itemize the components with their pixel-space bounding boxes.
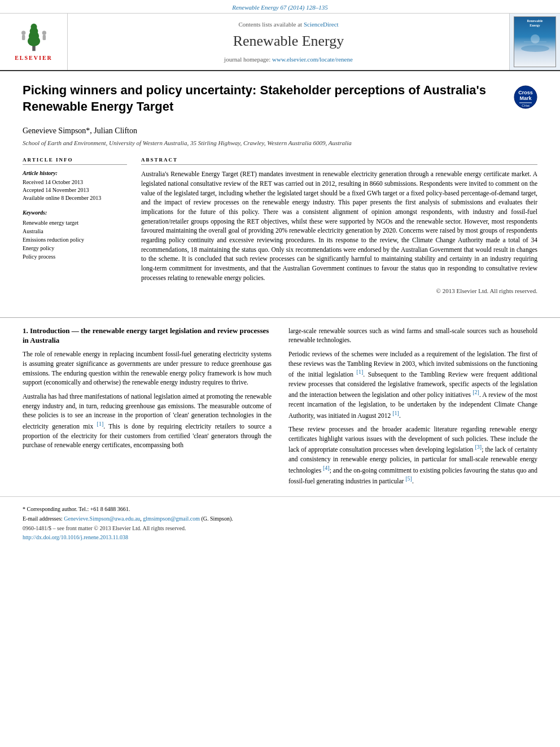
cite-7: [5] (405, 475, 412, 482)
keyword-4: Energy policy (23, 244, 127, 252)
cite-1: [1] (97, 421, 104, 427)
corresponding-note: * Corresponding author. Tel.: +61 8 6488… (23, 505, 537, 513)
sciencedirect-link[interactable]: ScienceDirect (304, 21, 339, 28)
doi-link[interactable]: http://dx.doi.org/10.1016/j.renene.2013.… (23, 534, 128, 540)
cite-2: [1] (357, 369, 364, 375)
page: Renewable Energy 67 (2014) 128–135 (0, 0, 560, 747)
available-date: Available online 8 December 2013 (23, 194, 127, 202)
svg-point-4 (30, 24, 37, 31)
svg-text:Cross: Cross (518, 90, 533, 95)
journal-citation: Renewable Energy 67 (2014) 128–135 (232, 4, 327, 11)
info-abstract-section: Article Info Article history: Received 1… (23, 156, 537, 296)
svg-rect-6 (21, 35, 24, 40)
journal-cover: RenewableEnergy (509, 14, 560, 70)
cite-3: [2] (473, 389, 479, 395)
keyword-3: Emissions reduction policy (23, 235, 127, 244)
cite-4: [1] (392, 410, 399, 416)
doi-line: http://dx.doi.org/10.1016/j.renene.2013.… (23, 534, 537, 541)
body-col-left: 1. Introduction — the renewable energy t… (23, 326, 272, 491)
svg-point-10 (521, 45, 549, 52)
journal-center: Contents lists available at ScienceDirec… (68, 14, 509, 70)
svg-text:Mark: Mark (519, 95, 532, 101)
svg-text:CHat: CHat (522, 104, 530, 107)
footer-area: * Corresponding author. Tel.: +61 8 6488… (0, 496, 560, 548)
received-date: Received 14 October 2013 (23, 178, 127, 186)
keywords-block: Keywords: Renewable energy target Austra… (23, 209, 127, 261)
svg-point-7 (42, 31, 46, 35)
section1-para2: Australia has had three manifestations o… (23, 392, 272, 450)
elsevier-label: ELSEVIER (15, 54, 53, 62)
authors-line: Genevieve Simpson*, Julian Clifton (23, 125, 537, 137)
keyword-5: Policy process (23, 252, 127, 261)
section1-right-para1: large-scale renewable sources such as wi… (288, 326, 537, 345)
cite-6: [4] (323, 465, 330, 471)
email-line: E-mail addresses: Genevieve.Simpson@uwa.… (23, 515, 537, 523)
accepted-date: Accepted 14 November 2013 (23, 186, 127, 194)
section1-right-para3: These review processes and the broader a… (288, 425, 537, 486)
abstract-text: Australia's Renewable Energy Target (RET… (141, 169, 537, 282)
article-info-col: Article Info Article history: Received 1… (23, 156, 127, 296)
journal-header: Renewable Energy 67 (2014) 128–135 (0, 0, 560, 71)
email-link-2[interactable]: glmsimpson@gmail.com (143, 516, 200, 522)
crossmark-icon: Cross Mark CHat (514, 85, 537, 109)
email-link-1[interactable]: Genevieve.Simpson@uwa.edu.au (64, 516, 140, 522)
section1-title: 1. Introduction — the renewable energy t… (23, 326, 272, 346)
citation-bar: Renewable Energy 67 (2014) 128–135 (0, 0, 560, 13)
header-inner: ELSEVIER Contents lists available at Sci… (0, 13, 560, 70)
elsevier-tree-icon (14, 21, 54, 53)
keyword-1: Renewable energy target (23, 219, 127, 227)
abstract-col: Abstract Australia's Renewable Energy Ta… (141, 156, 537, 296)
body-col-right: large-scale renewable sources such as wi… (288, 326, 537, 491)
article-title: Picking winners and policy uncertainty: … (23, 82, 505, 115)
section-divider (0, 317, 560, 318)
sciencedirect-line: Contents lists available at ScienceDirec… (238, 20, 338, 29)
journal-name: Renewable Energy (233, 31, 344, 51)
cover-mini-graphic (518, 30, 552, 53)
keywords-label: Keywords: (23, 209, 127, 217)
svg-point-5 (21, 31, 25, 35)
cite-5: [3] (475, 444, 482, 450)
section1-right-para2: Periodic reviews of the schemes were inc… (288, 350, 537, 420)
journal-homepage: journal homepage: www.elsevier.com/locat… (224, 55, 353, 64)
affiliation: School of Earth and Environment, Univers… (23, 139, 537, 147)
body-section: 1. Introduction — the renewable energy t… (0, 326, 560, 491)
abstract-heading: Abstract (141, 156, 537, 165)
section1-para1: The role of renewable energy in replacin… (23, 350, 272, 387)
svg-point-9 (531, 34, 540, 43)
issn-line: 0960-1481/$ – see front matter © 2013 El… (23, 525, 537, 532)
article-content: Picking winners and policy uncertainty: … (0, 71, 560, 307)
cover-mini-title: RenewableEnergy (527, 19, 543, 27)
elsevier-logo: ELSEVIER (0, 14, 68, 70)
history-label: Article history: (23, 169, 127, 177)
history-block: Article history: Received 14 October 201… (23, 169, 127, 202)
crossmark-badge: Cross Mark CHat (514, 85, 537, 112)
article-info-heading: Article Info (23, 156, 127, 165)
keyword-2: Australia (23, 227, 127, 235)
svg-rect-8 (42, 35, 46, 40)
cover-mini-image: RenewableEnergy (514, 16, 556, 67)
copyright-line: © 2013 Elsevier Ltd. All rights reserved… (141, 287, 537, 295)
